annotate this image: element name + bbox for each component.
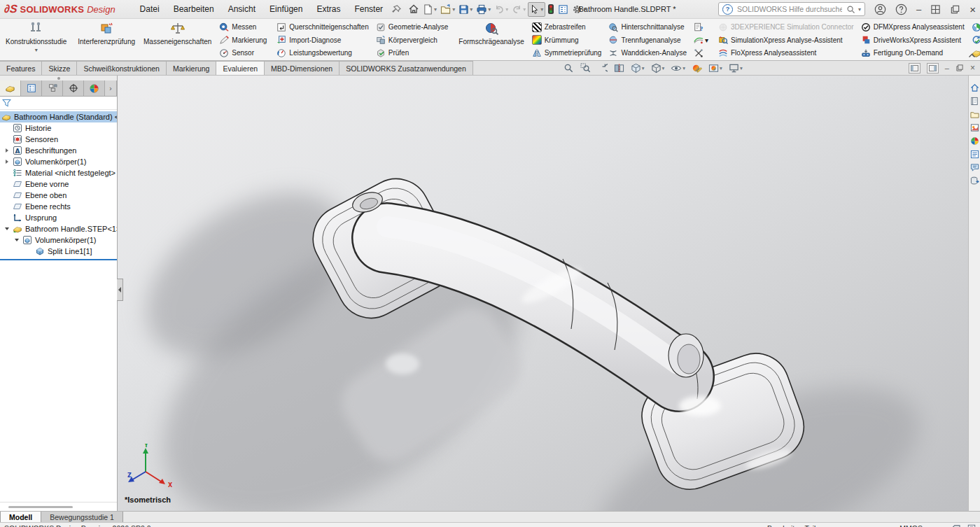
open-document-button[interactable]: ▾ (439, 3, 456, 16)
parting-line-analysis-button[interactable]: Trennfugenanalyse (606, 34, 689, 46)
section-view-button[interactable] (613, 62, 625, 74)
restore-document-icon[interactable] (955, 64, 964, 72)
menu-einfuegen[interactable]: Einfügen (263, 2, 309, 16)
xpert-tools-button[interactable] (692, 47, 710, 59)
view-settings-button[interactable]: ▾ (728, 62, 743, 74)
dropdown-caret-icon[interactable]: ▾ (740, 65, 743, 71)
taskpane-forum-button[interactable] (969, 162, 979, 172)
dfmxpress-button[interactable]: DFMXpress Analyseassistent (859, 21, 967, 33)
tree-item-history[interactable]: Historie (0, 122, 117, 134)
manager-tabs-overflow-button[interactable]: › (105, 80, 117, 96)
collapse-left-pane-button[interactable] (909, 63, 920, 73)
tree-item-solid-bodies-imported[interactable]: Volumenkörper(1) (0, 234, 117, 246)
dropdown-caret-icon[interactable]: ▾ (452, 6, 455, 13)
tab-dimxpertmanager[interactable] (63, 80, 84, 96)
select-cursor-button[interactable]: ▾ (528, 2, 545, 17)
taskpane-design-library-button[interactable] (969, 109, 979, 119)
taskpane-3dexperience-button[interactable] (969, 136, 979, 146)
minimize-document-icon[interactable]: – (945, 64, 949, 72)
redo-button[interactable]: ▾ (510, 3, 527, 16)
undercut-analysis-button[interactable]: Hinterschnittanalyse (606, 21, 689, 33)
tab-markierung[interactable]: Markierung (166, 61, 217, 75)
search-icon[interactable] (846, 5, 855, 14)
tab-mbd-dimensionen[interactable]: MBD-Dimensionen (264, 61, 340, 75)
collapse-arrow-icon[interactable] (4, 227, 10, 230)
dropdown-caret-icon[interactable]: ▾ (705, 36, 708, 44)
taskpane-home-button[interactable] (969, 83, 979, 92)
tab-configurationmanager[interactable] (42, 80, 63, 96)
taskpane-resources-button[interactable] (969, 96, 979, 106)
deviation-analysis-button[interactable]: ▾ (692, 34, 710, 46)
sustainability-button[interactable]: Sustainability (969, 21, 980, 33)
tab-zusatzanwendungen[interactable]: SOLIDWORKS Zusatzanwendungen (339, 61, 473, 75)
curvature-button[interactable]: Krümmung (530, 34, 604, 46)
tree-item-origin[interactable]: Ursprung (0, 212, 117, 223)
home-button[interactable] (407, 2, 421, 16)
equation-editor-icon[interactable] (967, 524, 976, 527)
menu-ansicht[interactable]: Ansicht (222, 2, 262, 16)
apply-scene-button[interactable]: ▾ (708, 62, 723, 74)
units-selector[interactable]: MMGS (899, 524, 923, 527)
collapse-arrow-icon[interactable] (14, 239, 20, 241)
sensor-button[interactable]: Sensor (217, 47, 269, 59)
markup-button[interactable]: Markierung (217, 34, 269, 46)
minimize-icon[interactable]: – (916, 5, 921, 14)
tree-item-plane-top[interactable]: Ebene oben (0, 190, 117, 201)
dropdown-caret-icon[interactable]: ▾ (540, 6, 543, 13)
new-document-button[interactable]: ▾ (421, 3, 438, 16)
dropdown-caret-icon[interactable]: ▾ (720, 65, 722, 71)
ribbon-collapse-button[interactable] (968, 53, 976, 58)
tree-filter-row[interactable] (0, 97, 117, 110)
taskpane-appearances-button[interactable] (969, 122, 979, 132)
save-button[interactable]: ▾ (457, 3, 474, 16)
tab-bewegungsstudie[interactable]: Bewegungsstudie 1 (41, 512, 123, 522)
scrollbar-thumb[interactable] (8, 506, 73, 508)
rollback-bar[interactable] (0, 259, 117, 260)
edit-appearance-button[interactable] (691, 62, 703, 74)
zebra-stripes-button[interactable]: Zebrastreifen (530, 21, 604, 33)
tree-item-solid-bodies[interactable]: Volumenkörper(1) (0, 156, 117, 167)
tree-item-plane-front[interactable]: Ebene vorne (0, 178, 117, 190)
import-diagnostics-button[interactable]: Import-Diagnose (274, 34, 370, 46)
interference-check-button[interactable]: Interferenzprüfung (74, 20, 139, 60)
hide-show-items-button[interactable]: ▾ (670, 62, 686, 74)
tree-item-imported-part[interactable]: Bathroom Handle.STEP<1> -> (0, 223, 117, 234)
tab-displaymanager[interactable] (84, 80, 105, 96)
tab-featuremanager[interactable] (0, 80, 21, 96)
tree-horizontal-scrollbar[interactable] (0, 502, 117, 511)
floxpress-button[interactable]: FloXpress Analyseassistent (716, 47, 856, 59)
check-report-button[interactable]: ? (692, 21, 710, 33)
3dexperience-connector-button[interactable]: 3DEXPERIENCE Simulation Connector (716, 21, 856, 33)
user-account-icon[interactable] (874, 3, 886, 15)
previous-view-button[interactable] (596, 62, 608, 74)
pin-menu-icon[interactable] (392, 5, 401, 14)
dropdown-caret-icon[interactable]: ▾ (642, 65, 645, 71)
tree-item-annotations[interactable]: A Beschriftungen (0, 145, 117, 156)
panel-splitter-handle[interactable] (117, 279, 123, 301)
check-previous-version-button[interactable]: Vorige Version prüfen (969, 34, 980, 46)
dropdown-caret-icon[interactable]: ▾ (470, 6, 472, 13)
options-list-button[interactable] (556, 3, 570, 16)
dropdown-caret-icon[interactable]: ▾ (35, 47, 38, 53)
design-study-button[interactable]: Konstruktionsstudie ▾ (1, 20, 71, 60)
help-icon[interactable] (895, 3, 907, 15)
restore-window-icon[interactable] (950, 4, 960, 15)
manufacturing-on-demand-button[interactable]: Fertigung On-Demand (859, 47, 967, 59)
tree-item-material[interactable]: Material <nicht festgelegt> (0, 167, 117, 178)
help-search-input[interactable] (736, 4, 844, 14)
tab-modell[interactable]: Modell (0, 512, 41, 522)
tab-skizze[interactable]: Skizze (41, 61, 77, 75)
draft-analysis-button[interactable]: Formschrägeanalyse (454, 20, 528, 60)
zoom-area-button[interactable] (580, 62, 592, 74)
taskpane-custom-properties-button[interactable] (969, 149, 979, 159)
compare-bodies-button[interactable]: Körpervergleich (374, 34, 451, 46)
mass-properties-button[interactable]: Masseneigenschaften (139, 20, 216, 60)
search-scope-caret-icon[interactable]: ▾ (858, 6, 861, 13)
thickness-analysis-button[interactable]: Wanddicken-Analyse (606, 47, 689, 59)
close-document-icon[interactable]: × (970, 64, 975, 72)
panel-collapse-strip[interactable] (0, 76, 117, 80)
tab-features[interactable]: Features (0, 61, 42, 75)
menu-fenster[interactable]: Fenster (348, 2, 389, 16)
tab-evaluieren[interactable]: Evaluieren (216, 61, 265, 75)
geometry-analysis-button[interactable]: Geometrie-Analyse (374, 21, 451, 33)
